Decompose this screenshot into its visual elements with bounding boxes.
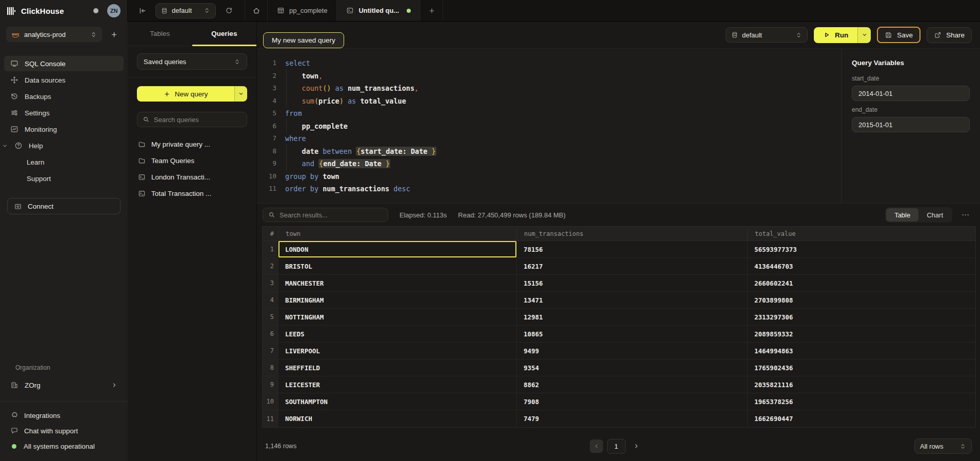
sidebar-item-learn[interactable]: Learn: [4, 154, 124, 170]
home-tab[interactable]: [245, 0, 268, 21]
table-row[interactable]: 9LEICESTER88622035821116: [263, 376, 975, 393]
table-row[interactable]: 8SHEFFIELD93541765902436: [263, 359, 975, 376]
table-row[interactable]: 2BRISTOL162174136446703: [263, 258, 975, 275]
table-row[interactable]: 10SOUTHAMPTON79081965378256: [263, 393, 975, 410]
table-row[interactable]: 7LIVERPOOL94991464994863: [263, 343, 975, 359]
share-button[interactable]: Share: [927, 27, 972, 43]
column-header-index[interactable]: #: [263, 227, 278, 240]
cell-total-value[interactable]: 2313297306: [747, 309, 975, 325]
view-toggle-table[interactable]: Table: [886, 208, 918, 222]
cell-town[interactable]: NOTTINGHAM: [278, 309, 516, 325]
saved-query-item[interactable]: London Transacti...: [137, 170, 247, 184]
cell-total-value[interactable]: 1662690447: [747, 410, 975, 427]
cell-total-value[interactable]: 2089859332: [747, 326, 975, 342]
cell-num-transactions[interactable]: 16217: [516, 258, 747, 274]
database-selector[interactable]: default: [155, 3, 216, 18]
cell-town[interactable]: BRISTOL: [278, 258, 516, 274]
start-date-input[interactable]: [852, 86, 970, 101]
sidebar-item-monitoring[interactable]: Monitoring: [4, 122, 124, 137]
cell-town[interactable]: LEICESTER: [278, 376, 516, 393]
saved-queries-selector[interactable]: Saved queries: [137, 53, 247, 70]
sidebar-item-chat-support[interactable]: Chat with support: [4, 423, 124, 438]
cell-total-value[interactable]: 1765902436: [747, 359, 975, 376]
cell-town[interactable]: LONDON: [278, 241, 516, 257]
cell-total-value[interactable]: 2703899808: [747, 292, 975, 308]
run-database-selector[interactable]: default: [726, 27, 808, 43]
table-row[interactable]: 4BIRMINGHAM134712703899808: [263, 292, 975, 309]
more-menu-icon[interactable]: ⋯: [959, 210, 972, 219]
saved-query-item[interactable]: Total Transaction ...: [137, 187, 247, 200]
organization-item[interactable]: ZOrg: [4, 377, 124, 393]
saved-query-name-chip[interactable]: My new saved query: [263, 32, 344, 48]
cell-num-transactions[interactable]: 7908: [516, 393, 747, 410]
system-status[interactable]: All systems operational: [4, 438, 124, 454]
cell-total-value[interactable]: 1464994863: [747, 343, 975, 359]
column-header-num-transactions[interactable]: num_transactions: [516, 227, 747, 240]
run-button[interactable]: Run: [814, 27, 857, 43]
cell-town[interactable]: MANCHESTER: [278, 275, 516, 291]
results-search-input[interactable]: [279, 211, 383, 219]
sidebar-item-sql-console[interactable]: SQL Console: [4, 56, 124, 71]
column-header-total-value[interactable]: total_value: [747, 227, 975, 240]
cell-num-transactions[interactable]: 12981: [516, 309, 747, 325]
query-folder-item[interactable]: My private query ...: [137, 137, 247, 151]
connect-button[interactable]: Connect: [7, 198, 121, 214]
sidebar-item-backups[interactable]: Backups: [4, 89, 124, 104]
chevron-down-icon[interactable]: [2, 143, 8, 149]
cell-town[interactable]: BIRMINGHAM: [278, 292, 516, 308]
cell-num-transactions[interactable]: 8862: [516, 376, 747, 393]
page-number-input[interactable]: 1: [607, 439, 626, 454]
avatar[interactable]: ZN: [107, 4, 121, 17]
sql-editor[interactable]: 1select2 town,3 count() as num_transacti…: [257, 49, 841, 203]
cell-total-value[interactable]: 2660602241: [747, 275, 975, 291]
sidebar-item-settings[interactable]: Settings: [4, 105, 124, 121]
cell-total-value[interactable]: 4136446703: [747, 258, 975, 274]
query-search-input[interactable]: [154, 116, 244, 124]
column-header-town[interactable]: town: [278, 227, 516, 240]
notification-dot[interactable]: [93, 8, 98, 13]
previous-page-button[interactable]: [590, 439, 603, 453]
new-query-button[interactable]: New query: [137, 86, 234, 102]
cell-num-transactions[interactable]: 78156: [516, 241, 747, 257]
next-page-button[interactable]: [630, 439, 643, 453]
save-button[interactable]: Save: [877, 27, 921, 43]
sidebar-item-help[interactable]: Help: [4, 138, 124, 153]
cell-total-value[interactable]: 1965378256: [747, 393, 975, 410]
cell-num-transactions[interactable]: 9354: [516, 359, 747, 376]
cell-town[interactable]: LIVERPOOL: [278, 343, 516, 359]
cell-total-value[interactable]: 2035821116: [747, 376, 975, 393]
table-row[interactable]: 5NOTTINGHAM129812313297306: [263, 309, 975, 326]
new-query-caret-button[interactable]: [234, 86, 247, 102]
cell-num-transactions[interactable]: 15156: [516, 275, 747, 291]
run-options-caret[interactable]: [857, 27, 871, 43]
cell-num-transactions[interactable]: 9499: [516, 343, 747, 359]
new-tab-button[interactable]: [421, 0, 443, 21]
table-row[interactable]: 6LEEDS108652089859332: [263, 326, 975, 343]
cell-town[interactable]: SOUTHAMPTON: [278, 393, 516, 410]
collapse-sidebar-icon[interactable]: [135, 3, 150, 18]
cell-town[interactable]: SHEFFIELD: [278, 359, 516, 376]
view-toggle-chart[interactable]: Chart: [918, 208, 951, 222]
sidebar-item-integrations[interactable]: Integrations: [4, 408, 124, 423]
cell-num-transactions[interactable]: 13471: [516, 292, 747, 308]
cell-town[interactable]: LEEDS: [278, 326, 516, 342]
cell-num-transactions[interactable]: 7479: [516, 410, 747, 427]
cell-town[interactable]: NORWICH: [278, 410, 516, 427]
table-row[interactable]: 3MANCHESTER151562660602241: [263, 275, 975, 292]
tab-pp-complete[interactable]: pp_complete: [268, 0, 337, 21]
refresh-icon[interactable]: [221, 3, 236, 18]
tab-untitled-query[interactable]: Untitled qu...: [337, 0, 421, 21]
page-size-selector[interactable]: All rows: [914, 438, 972, 454]
sidebar-item-data-sources[interactable]: Data sources: [4, 72, 124, 88]
add-service-button[interactable]: [106, 27, 122, 42]
table-row[interactable]: 1LONDON7815656593977373: [263, 241, 975, 258]
tab-tables[interactable]: Tables: [128, 22, 192, 46]
service-selector[interactable]: aws analytics-prod: [6, 27, 102, 42]
cell-total-value[interactable]: 56593977373: [747, 241, 975, 257]
cell-num-transactions[interactable]: 10865: [516, 326, 747, 342]
end-date-input[interactable]: [852, 117, 970, 132]
query-folder-item[interactable]: Team Queries: [137, 154, 247, 167]
sidebar-item-support[interactable]: Support: [4, 171, 124, 186]
tab-queries[interactable]: Queries: [192, 22, 257, 46]
table-row[interactable]: 11NORWICH74791662690447: [263, 410, 975, 427]
